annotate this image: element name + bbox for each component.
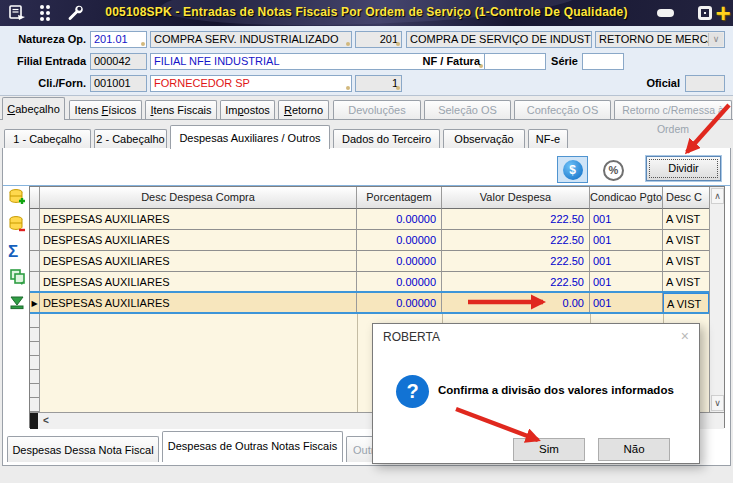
subtab-nfe[interactable]: NF-e [528, 129, 568, 148]
natureza-op-desc-field[interactable]: COMPRA SERV. INDUSTRIALIZADO [150, 31, 352, 48]
natureza-op-label: Natureza Op. [0, 31, 86, 48]
oficial-field[interactable] [685, 75, 725, 92]
scroll-left-icon[interactable]: < [39, 414, 53, 428]
add-row-icon[interactable] [8, 188, 27, 207]
filial-entrada-label: Filial Entrada [0, 53, 86, 70]
dividir-button[interactable]: Dividir [646, 156, 721, 181]
sim-button[interactable]: Sim [513, 438, 585, 461]
cell-desc-cond[interactable]: A VIST [663, 230, 709, 251]
subtab-1-cabecalho[interactable]: 1 - Cabeçalho [4, 129, 91, 148]
cli-forn-seq-field[interactable]: 1 [355, 75, 402, 92]
focus-rect [649, 159, 718, 178]
percent-mode-button[interactable]: % [603, 160, 624, 181]
cell-desc-cond[interactable]: A VIST [663, 272, 709, 293]
row-selector[interactable] [30, 272, 40, 293]
cell-desc[interactable]: DESPESAS AUXILIARES [40, 209, 357, 230]
cell-cond[interactable]: 001 [590, 272, 663, 293]
cell-desc[interactable]: DESPESAS AUXILIARES [40, 293, 357, 314]
window-title: 005108SPK - Entradas de Notas Fiscais Po… [0, 5, 733, 19]
sum-icon[interactable]: Σ [8, 242, 27, 261]
grid-header-selector [30, 187, 40, 209]
delete-row-icon[interactable] [8, 215, 27, 234]
subtab-2-cabecalho[interactable]: 2 - Cabeçalho [94, 129, 167, 148]
cell-desc[interactable]: DESPESAS AUXILIARES [40, 251, 357, 272]
money-icon: $ [563, 160, 583, 180]
cli-forn-code-field[interactable]: 001001 [90, 75, 147, 92]
close-icon[interactable]: × [681, 328, 689, 344]
cell-pct[interactable]: 0.00000 [357, 293, 442, 314]
application-window: 005108SPK - Entradas de Notas Fiscais Po… [0, 0, 733, 483]
subtab-despesas-auxiliares[interactable]: Despesas Auxiliares / Outros [170, 125, 330, 149]
move-to-last-row-icon[interactable] [8, 293, 27, 312]
tab-retorno-remessa: Retorno c/Remessa à Ordem [614, 100, 732, 119]
grid-gridline [357, 314, 358, 412]
cell-valor[interactable]: 222.50 [442, 251, 590, 272]
tipo-retorno-combobox[interactable]: RETORNO DE MERCAD ∨ [595, 31, 725, 48]
natureza-op-code2-field[interactable]: 201 [355, 31, 402, 48]
cell-pct[interactable]: 0.00000 [357, 272, 442, 293]
row-selector[interactable] [30, 251, 40, 272]
scrollbar-corner-block [30, 413, 38, 429]
cell-cond[interactable]: 001 [590, 230, 663, 251]
nao-button[interactable]: Não [598, 438, 670, 461]
cell-pct[interactable]: 0.00000 [357, 209, 442, 230]
serie-label: Série [540, 53, 578, 70]
copy-rows-icon[interactable] [8, 267, 27, 286]
title-bar: 005108SPK - Entradas de Notas Fiscais Po… [0, 0, 733, 26]
cell-pct[interactable]: 0.00000 [357, 230, 442, 251]
header-form: Natureza Op. 201.01 COMPRA SERV. INDUSTR… [0, 26, 733, 96]
scroll-up-icon[interactable]: ∧ [711, 188, 724, 204]
empty-row-selectors [30, 314, 40, 412]
natureza-op-code-field[interactable]: 201.01 [90, 31, 147, 48]
cell-desc-cond[interactable]: A VIST [663, 209, 709, 230]
tab-confeccao-os: Confecção OS [514, 100, 611, 119]
tab-itens-fiscais[interactable]: Itens Fiscais [145, 100, 217, 119]
chevron-down-icon[interactable]: ∨ [708, 33, 723, 46]
tab-impostos[interactable]: Impostos [220, 100, 275, 119]
cell-valor[interactable]: 222.50 [442, 230, 590, 251]
tab-devolucoes: Devoluções [333, 100, 421, 119]
cli-forn-label: Cli./Forn. [0, 75, 86, 92]
oficial-label: Oficial [610, 75, 680, 92]
grid-header-condicao[interactable]: Condicao Pgto [590, 187, 663, 209]
cell-desc-cond[interactable]: A VIST [663, 251, 709, 272]
grid-header-desc-condicao[interactable]: Desc C [663, 187, 709, 209]
money-mode-button[interactable]: $ [557, 156, 588, 183]
tab-selecao-os: Seleção OS [424, 100, 511, 119]
cell-valor[interactable]: 222.50 [442, 209, 590, 230]
dialog-title: ROBERTA [383, 330, 440, 344]
tipo-retorno-value: RETORNO DE MERCAD [599, 33, 723, 45]
filial-code-field[interactable]: 000042 [90, 53, 147, 70]
tab-retorno[interactable]: Retorno [278, 100, 329, 119]
bottom-tab-despesas-outras[interactable]: Despesas de Outras Notas Fiscais [162, 431, 343, 462]
dialog-message: Confirma a divisão dos valores informado… [438, 384, 688, 396]
grid-header-desc[interactable]: Desc Despesa Compra [40, 187, 357, 209]
window-close-plus-button[interactable]: + [712, 0, 733, 26]
tab-cabecalho[interactable]: Cabeçalho [2, 97, 65, 120]
subtab-dados-terceiro[interactable]: Dados do Terceiro [333, 129, 440, 148]
serie-field[interactable] [582, 53, 624, 70]
row-marker-icon[interactable]: ▶ [30, 293, 40, 314]
cell-desc-cond-focused[interactable]: A VIST [663, 293, 709, 314]
cell-cond[interactable]: 001 [590, 251, 663, 272]
cell-desc[interactable]: DESPESAS AUXILIARES [40, 272, 357, 293]
row-selector[interactable] [30, 209, 40, 230]
cell-cond[interactable]: 001 [590, 293, 663, 314]
cell-valor[interactable]: 222.50 [442, 272, 590, 293]
cli-forn-desc-field[interactable]: FORNECEDOR SP [150, 75, 352, 92]
tab-itens-fisicos[interactable]: Itens Físicos [69, 100, 142, 119]
cell-pct[interactable]: 0.00000 [357, 251, 442, 272]
nf-fatura-field[interactable] [484, 53, 546, 70]
cell-desc[interactable]: DESPESAS AUXILIARES [40, 230, 357, 251]
scroll-down-icon[interactable]: ∨ [711, 395, 724, 411]
grid-header-valor[interactable]: Valor Despesa [442, 187, 590, 209]
cell-cond[interactable]: 001 [590, 209, 663, 230]
subtab-observacao[interactable]: Observação [443, 129, 525, 148]
row-selector[interactable] [30, 230, 40, 251]
cell-valor[interactable]: 0.00 [442, 293, 590, 314]
natureza-op-desc2-field[interactable]: COMPRA DE SERVIÇO DE INDUSTRIAL [406, 31, 592, 48]
grid-header-porcentagem[interactable]: Porcentagem [357, 187, 442, 209]
grid-vertical-scrollbar[interactable]: ∧ ∨ [709, 187, 724, 412]
bottom-tab-despesas-dessa[interactable]: Despesas Dessa Nota Fiscal [7, 436, 159, 462]
minimize-button[interactable] [652, 0, 678, 26]
